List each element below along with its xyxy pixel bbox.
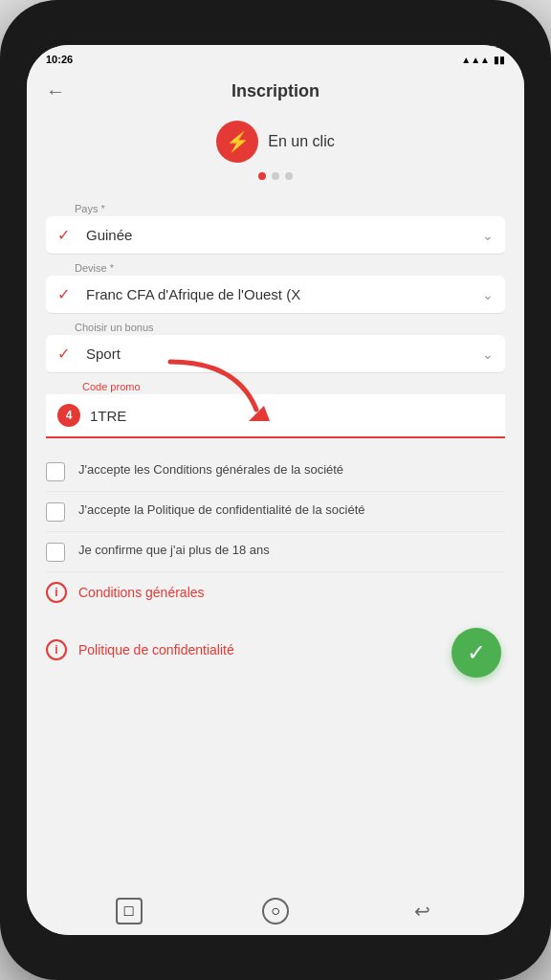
nav-square-button[interactable]: □ [116,898,143,924]
lightning-icon: ⚡ [226,130,250,153]
nav-circle-button[interactable]: ○ [262,898,289,924]
devise-field-row[interactable]: ✓ Franc CFA d'Afrique de l'Ouest (X ⌄ [46,276,505,314]
checkbox-privacy-row: J'accepte la Politique de confidentialit… [46,492,505,532]
battery-icon: ▮▮ [494,55,505,65]
pays-field-row[interactable]: ✓ Guinée ⌄ [46,216,505,255]
devise-check-icon: ✓ [57,285,77,303]
signal-icon: ▲▲▲ [461,55,490,65]
app-logo-icon: ⚡ [216,121,258,163]
back-nav-icon: ↩ [414,900,430,923]
pays-chevron-icon: ⌄ [482,228,494,243]
page-title: Inscription [231,81,320,101]
status-icons: ▲▲▲ ▮▮ [461,55,505,65]
age-checkbox[interactable] [46,543,65,562]
promo-label: Code promo [82,381,505,392]
dot-1 [258,172,266,180]
checkbox-cgu-row: J'accepte les Conditions générales de la… [46,452,505,492]
phone-screen: 10:26 ▲▲▲ ▮▮ ← Inscription ⚡ En un clic [27,45,524,935]
submit-button[interactable]: ✓ [452,628,501,678]
logo-text: En un clic [268,133,334,150]
fab-container: ✓ [246,628,505,678]
cgu-checkbox[interactable] [46,462,65,481]
bonus-chevron-icon: ⌄ [482,346,494,362]
devise-chevron-icon: ⌄ [482,287,494,302]
pagination-dots [258,172,293,180]
circle-icon: ○ [271,902,280,920]
cgu-info-row: i Conditions générales [46,572,505,612]
dot-2 [272,172,279,180]
phone-notch [218,0,333,21]
privacy-info-icon: i [46,639,67,660]
pays-field-group: Pays * ✓ Guinée ⌄ [46,203,505,255]
age-label: Je confirme que j'ai plus de 18 ans [78,542,270,559]
status-bar: 10:26 ▲▲▲ ▮▮ [27,45,524,74]
bonus-field-row[interactable]: ✓ Sport ⌄ [46,335,505,373]
dot-3 [285,172,293,180]
bonus-value: Sport [86,345,473,362]
promo-field-row[interactable]: 4 [46,394,505,438]
promo-badge: 4 [57,404,80,427]
square-icon: □ [124,902,134,920]
bonus-field-group: Choisir un bonus ✓ Sport ⌄ [46,322,505,373]
bonus-check-icon: ✓ [57,345,77,363]
bottom-nav: □ ○ ↩ [27,887,524,935]
privacy-checkbox[interactable] [46,502,65,522]
header: ← Inscription [27,74,524,111]
cgu-label: J'accepte les Conditions générales de la… [78,461,343,479]
devise-label: Devise * [75,262,505,274]
cgu-info-icon: i [46,582,67,603]
privacy-link[interactable]: Politique de confidentialité [78,642,234,657]
promo-field-group: Code promo 4 [46,381,505,438]
devise-field-group: Devise * ✓ Franc CFA d'Afrique de l'Oues… [46,262,505,314]
pays-check-icon: ✓ [57,226,77,244]
pays-value: Guinée [86,227,473,243]
bonus-label: Choisir un bonus [75,322,505,333]
logo-area: ⚡ En un clic [27,111,524,193]
back-button[interactable]: ← [46,80,65,102]
check-icon: ✓ [467,639,486,666]
promo-input[interactable] [90,408,494,424]
logo-row: ⚡ En un clic [216,121,334,163]
scroll-content: Pays * ✓ Guinée ⌄ Devise * ✓ Franc CFA d… [27,193,524,887]
checkbox-section: J'accepte les Conditions générales de la… [46,452,505,572]
privacy-info-row: i Politique de confidentialité ✓ [46,612,505,687]
status-time: 10:26 [46,54,73,65]
privacy-label: J'accepte la Politique de confidentialit… [78,501,365,519]
cgu-link[interactable]: Conditions générales [78,585,205,600]
pays-label: Pays * [75,203,505,214]
devise-value: Franc CFA d'Afrique de l'Ouest (X [86,286,473,302]
nav-back-button[interactable]: ↩ [408,898,435,924]
phone-frame: 10:26 ▲▲▲ ▮▮ ← Inscription ⚡ En un clic [0,0,551,980]
checkbox-age-row: Je confirme que j'ai plus de 18 ans [46,532,505,572]
